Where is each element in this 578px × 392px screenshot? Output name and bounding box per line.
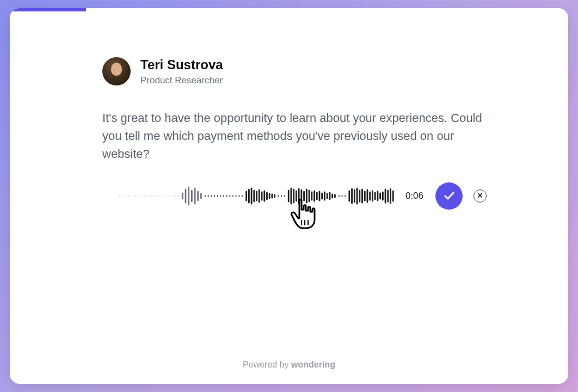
svg-point-39 bbox=[242, 195, 243, 197]
recording-timer: 0:06 bbox=[405, 191, 423, 201]
interviewer-name: Teri Sustrova bbox=[140, 57, 223, 73]
svg-point-14 bbox=[162, 195, 163, 197]
svg-point-3 bbox=[128, 195, 130, 197]
svg-point-35 bbox=[229, 195, 230, 197]
progress-fill bbox=[10, 8, 86, 11]
svg-point-34 bbox=[226, 195, 227, 197]
svg-point-75 bbox=[341, 195, 342, 197]
svg-point-37 bbox=[236, 195, 237, 197]
svg-point-53 bbox=[281, 195, 282, 197]
svg-point-0 bbox=[119, 195, 120, 197]
svg-point-12 bbox=[156, 195, 157, 197]
svg-point-27 bbox=[205, 195, 206, 197]
close-icon bbox=[477, 192, 483, 200]
content-area: Teri Sustrova Product Researcher It's gr… bbox=[102, 57, 503, 163]
svg-point-4 bbox=[132, 195, 133, 197]
confirm-button[interactable] bbox=[435, 182, 463, 210]
svg-point-19 bbox=[178, 195, 179, 197]
svg-point-28 bbox=[207, 195, 208, 197]
waveform[interactable] bbox=[119, 185, 397, 207]
svg-point-6 bbox=[138, 195, 139, 197]
audio-recorder: 0:06 bbox=[119, 182, 487, 210]
svg-point-76 bbox=[345, 195, 346, 197]
svg-point-74 bbox=[339, 195, 340, 197]
progress-bar bbox=[10, 8, 568, 11]
interviewer-block: Teri Sustrova Product Researcher bbox=[102, 57, 503, 86]
svg-point-30 bbox=[214, 195, 215, 197]
svg-point-15 bbox=[165, 195, 167, 197]
svg-point-38 bbox=[238, 195, 239, 197]
svg-point-10 bbox=[150, 195, 151, 197]
survey-card: Teri Sustrova Product Researcher It's gr… bbox=[10, 8, 568, 384]
check-icon bbox=[442, 189, 456, 204]
svg-point-8 bbox=[144, 195, 145, 197]
svg-point-9 bbox=[147, 195, 148, 197]
svg-point-13 bbox=[159, 195, 161, 197]
question-text: It's great to have the opportunity to le… bbox=[102, 109, 483, 163]
footer-brand: wondering bbox=[291, 360, 335, 369]
cancel-button[interactable] bbox=[474, 189, 487, 203]
avatar bbox=[102, 57, 131, 85]
svg-point-11 bbox=[153, 195, 154, 197]
footer: Powered by wondering bbox=[10, 360, 568, 370]
svg-point-17 bbox=[171, 195, 173, 197]
svg-point-2 bbox=[125, 195, 126, 197]
svg-point-18 bbox=[175, 195, 176, 197]
svg-point-52 bbox=[278, 195, 279, 197]
svg-point-29 bbox=[211, 195, 212, 197]
svg-point-32 bbox=[220, 195, 221, 197]
interviewer-role: Product Researcher bbox=[140, 75, 223, 86]
interviewer-text: Teri Sustrova Product Researcher bbox=[140, 57, 223, 86]
svg-point-36 bbox=[232, 195, 233, 197]
svg-point-16 bbox=[169, 195, 170, 197]
svg-point-54 bbox=[284, 195, 285, 197]
svg-point-33 bbox=[223, 195, 224, 197]
footer-prefix: Powered by bbox=[243, 360, 291, 369]
svg-point-5 bbox=[134, 195, 136, 197]
svg-point-31 bbox=[217, 195, 218, 197]
svg-point-7 bbox=[141, 195, 142, 197]
svg-point-1 bbox=[122, 195, 124, 197]
